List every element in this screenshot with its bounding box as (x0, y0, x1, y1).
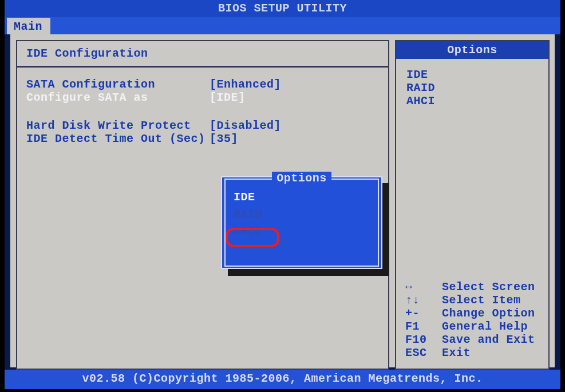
tab-main-label: Main (14, 20, 42, 33)
help-key-esc: ESC (405, 346, 442, 359)
spacer (26, 104, 379, 119)
help-row-save-exit: F10 Save and Exit (405, 333, 543, 346)
value-ide-detect-timeout: [35] (210, 132, 238, 145)
popup-item-ide[interactable]: IDE (234, 189, 371, 206)
side-panel: Options IDE RAID AHCI ↔ Select Screen ↑↓… (395, 40, 550, 370)
help-text-save-exit: Save and Exit (442, 333, 535, 346)
row-hd-write-protect[interactable]: Hard Disk Write Protect [Disabled] (26, 119, 379, 132)
app-title: BIOS SETUP UTILITY (218, 2, 347, 15)
popup-inner: Options IDE RAID AHCI (224, 179, 379, 267)
help-text-select-screen: Select Screen (442, 280, 535, 294)
value-sata-configuration: [Enhanced] (210, 78, 281, 91)
footer: v02.58 (C)Copyright 1985-2006, American … (5, 370, 560, 389)
popup-title-text: Options (272, 172, 331, 185)
options-popup[interactable]: Options IDE RAID AHCI (221, 176, 382, 269)
help-text-select-item: Select Item (442, 294, 521, 307)
popup-item-ahci[interactable]: AHCI (234, 223, 371, 240)
label-configure-sata-as: Configure SATA as (26, 91, 210, 104)
help-row-exit: ESC Exit (405, 346, 543, 359)
divider (17, 66, 388, 68)
help-block: ↔ Select Screen ↑↓ Select Item +- Change… (396, 280, 548, 362)
help-row-change-option: +- Change Option (405, 307, 543, 320)
help-key-arrows-ud: ↑↓ (405, 294, 442, 307)
bios-screen: BIOS SETUP UTILITY Main IDE Configuratio… (5, 0, 560, 389)
page-title: IDE Configuration (26, 47, 379, 60)
side-option-ahci: AHCI (406, 94, 543, 108)
help-row-select-screen: ↔ Select Screen (405, 280, 543, 294)
help-text-change-option: Change Option (442, 307, 535, 320)
popup-item-raid[interactable]: RAID (234, 206, 371, 223)
row-ide-detect-timeout[interactable]: IDE Detect Time Out (Sec) [35] (26, 132, 379, 145)
side-panel-title: Options (396, 41, 548, 59)
footer-text: v02.58 (C)Copyright 1985-2006, American … (82, 372, 483, 385)
title-bar: BIOS SETUP UTILITY (5, 0, 560, 17)
value-hd-write-protect: [Disabled] (210, 119, 281, 132)
side-option-raid: RAID (406, 81, 543, 94)
row-configure-sata-as[interactable]: Configure SATA as [IDE] (26, 91, 379, 104)
help-row-select-item: ↑↓ Select Item (405, 294, 543, 307)
label-ide-detect-timeout: IDE Detect Time Out (Sec) (26, 132, 210, 145)
side-spacer (396, 108, 548, 280)
popup-list: IDE RAID AHCI (226, 180, 378, 245)
help-key-f1: F1 (405, 320, 442, 333)
help-key-plusminus: +- (405, 307, 442, 320)
help-text-general-help: General Help (442, 320, 528, 333)
side-option-ide: IDE (406, 68, 543, 81)
help-key-f10: F10 (405, 333, 442, 346)
tab-main[interactable]: Main (7, 18, 50, 34)
label-hd-write-protect: Hard Disk Write Protect (26, 119, 210, 132)
help-row-general-help: F1 General Help (405, 320, 543, 333)
help-text-exit: Exit (442, 346, 471, 359)
label-sata-configuration: SATA Configuration (26, 78, 210, 91)
value-configure-sata-as: [IDE] (210, 91, 246, 104)
workspace: IDE Configuration SATA Configuration [En… (10, 34, 555, 367)
side-options: IDE RAID AHCI (396, 68, 548, 108)
tab-row: Main (5, 17, 560, 34)
row-sata-configuration[interactable]: SATA Configuration [Enhanced] (26, 78, 379, 91)
popup-title: Options (226, 172, 378, 185)
help-key-arrows-lr: ↔ (405, 280, 442, 294)
